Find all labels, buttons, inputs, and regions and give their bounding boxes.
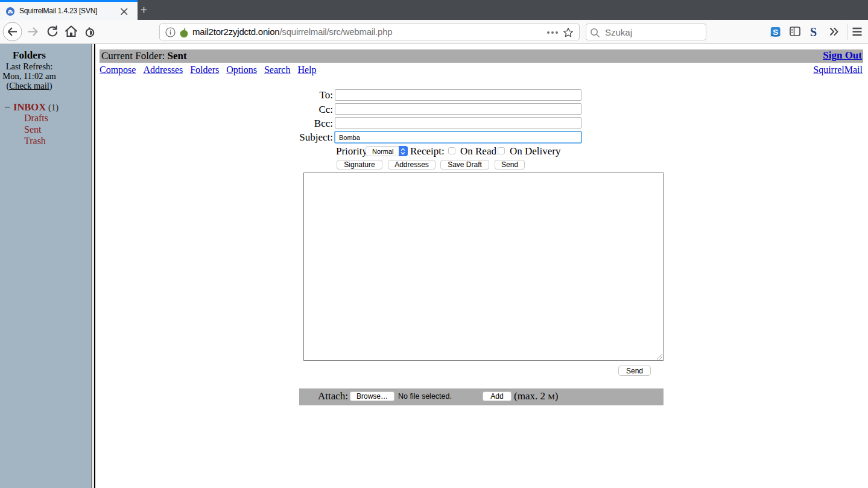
svg-text:S: S	[773, 28, 778, 37]
